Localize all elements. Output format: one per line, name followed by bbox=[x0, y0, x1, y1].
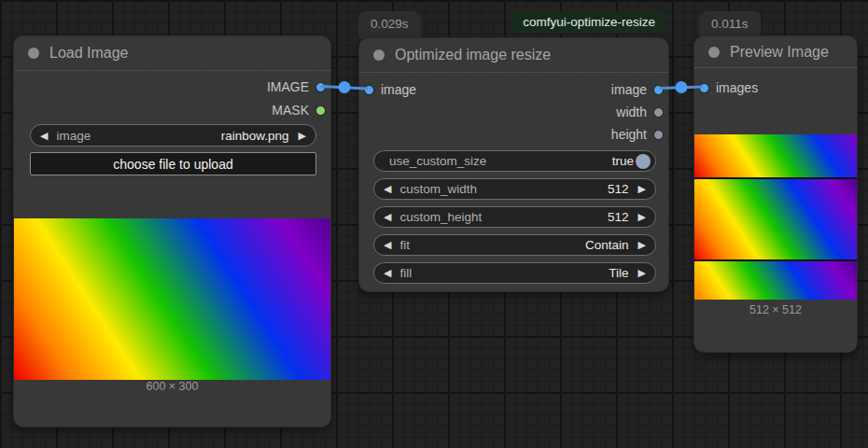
decrement-arrow-icon[interactable]: ◀ bbox=[384, 212, 391, 222]
next-value-arrow-icon[interactable]: ▶ bbox=[299, 131, 306, 141]
output-port-image-icon[interactable] bbox=[653, 85, 664, 95]
image-preview bbox=[14, 218, 330, 380]
prev-value-arrow-icon[interactable]: ◀ bbox=[384, 240, 391, 250]
decrement-arrow-icon[interactable]: ◀ bbox=[384, 184, 391, 194]
widget-value: true bbox=[612, 154, 634, 168]
node-title: Preview Image bbox=[730, 44, 829, 61]
input-port-images-icon[interactable] bbox=[699, 83, 709, 93]
next-value-arrow-icon[interactable]: ▶ bbox=[638, 240, 646, 250]
output-port-width-icon[interactable] bbox=[653, 107, 664, 118]
increment-arrow-icon[interactable]: ▶ bbox=[638, 212, 646, 222]
widget-name: fit bbox=[399, 238, 585, 252]
node-header[interactable]: Load Image bbox=[14, 36, 330, 71]
combo-widget-image[interactable]: ◀ image rainbow.png ▶ bbox=[30, 124, 316, 147]
widget-value: Tile bbox=[609, 266, 628, 280]
output-slot-width: width bbox=[616, 103, 664, 121]
link-midpoint-dot[interactable] bbox=[339, 81, 351, 93]
widget-name: custom_width bbox=[399, 182, 608, 196]
widget-name: use_custom_size bbox=[389, 154, 612, 168]
node-header[interactable]: Preview Image bbox=[694, 36, 857, 68]
widget-name: custom_height bbox=[399, 210, 608, 224]
number-widget-custom-width[interactable]: ◀ custom_width 512 ▶ bbox=[373, 178, 656, 200]
toggle-knob-icon[interactable] bbox=[636, 154, 651, 169]
output-port-mask-icon[interactable] bbox=[315, 105, 326, 116]
node-title: Optimized image resize bbox=[395, 47, 551, 63]
tile-band-bottom bbox=[694, 261, 857, 300]
prev-value-arrow-icon[interactable]: ◀ bbox=[40, 131, 48, 141]
increment-arrow-icon[interactable]: ▶ bbox=[638, 184, 646, 194]
node-preview-image: Preview Image images 512 × 512 bbox=[693, 35, 858, 353]
output-slot-label: width bbox=[616, 105, 647, 119]
output-slot-mask: MASK bbox=[272, 101, 326, 119]
output-port-height-icon[interactable] bbox=[653, 130, 664, 140]
node-optimized-image-resize: Optimized image resize image image width… bbox=[358, 37, 669, 292]
image-size-caption: 600 × 300 bbox=[14, 380, 330, 393]
widget-value: 512 bbox=[608, 210, 629, 224]
toggle-widget-use-custom-size[interactable]: use_custom_size true bbox=[373, 150, 656, 172]
input-slot-label: image bbox=[381, 82, 416, 97]
node-collapse-icon[interactable] bbox=[708, 47, 720, 58]
widget-name: fill bbox=[399, 266, 609, 280]
output-slot-label: image bbox=[611, 82, 647, 97]
output-slot-image: image bbox=[611, 80, 664, 99]
package-badge: comfyui-optimize-resize bbox=[512, 11, 665, 34]
node-collapse-icon[interactable] bbox=[28, 48, 39, 59]
tile-band-top bbox=[694, 134, 857, 177]
input-slot-label: images bbox=[716, 80, 758, 95]
tiled-image-preview bbox=[694, 134, 857, 300]
widget-value: 512 bbox=[608, 182, 629, 196]
input-slot-images: images bbox=[699, 78, 758, 97]
node-load-image: Load Image IMAGE MASK ◀ image rainbow.pn… bbox=[13, 35, 331, 427]
widget-value: rainbow.png bbox=[221, 129, 289, 143]
input-port-image-icon[interactable] bbox=[364, 85, 374, 95]
output-slot-image: IMAGE bbox=[267, 77, 326, 96]
combo-widget-fill[interactable]: ◀ fill Tile ▶ bbox=[373, 262, 656, 284]
tile-band-middle bbox=[694, 179, 857, 259]
widget-value: Contain bbox=[585, 238, 629, 252]
output-slot-label: IMAGE bbox=[267, 79, 309, 94]
node-header[interactable]: Optimized image resize bbox=[359, 38, 668, 73]
link-midpoint-dot[interactable] bbox=[676, 81, 688, 93]
output-slot-label: MASK bbox=[272, 103, 309, 118]
image-size-caption: 512 × 512 bbox=[694, 303, 857, 316]
node-collapse-icon[interactable] bbox=[373, 49, 385, 61]
combo-widget-fit[interactable]: ◀ fit Contain ▶ bbox=[373, 234, 656, 256]
widget-name: image bbox=[56, 129, 220, 143]
output-slot-label: height bbox=[611, 127, 647, 142]
output-slot-height: height bbox=[611, 125, 664, 144]
number-widget-custom-height[interactable]: ◀ custom_height 512 ▶ bbox=[373, 206, 656, 228]
prev-value-arrow-icon[interactable]: ◀ bbox=[384, 268, 391, 278]
choose-file-button[interactable]: choose file to upload bbox=[30, 152, 316, 175]
output-port-image-icon[interactable] bbox=[315, 82, 326, 92]
input-slot-image: image bbox=[364, 80, 416, 99]
execution-time-badge: 0.029s bbox=[358, 11, 421, 39]
next-value-arrow-icon[interactable]: ▶ bbox=[638, 268, 646, 278]
node-title: Load Image bbox=[49, 45, 129, 62]
